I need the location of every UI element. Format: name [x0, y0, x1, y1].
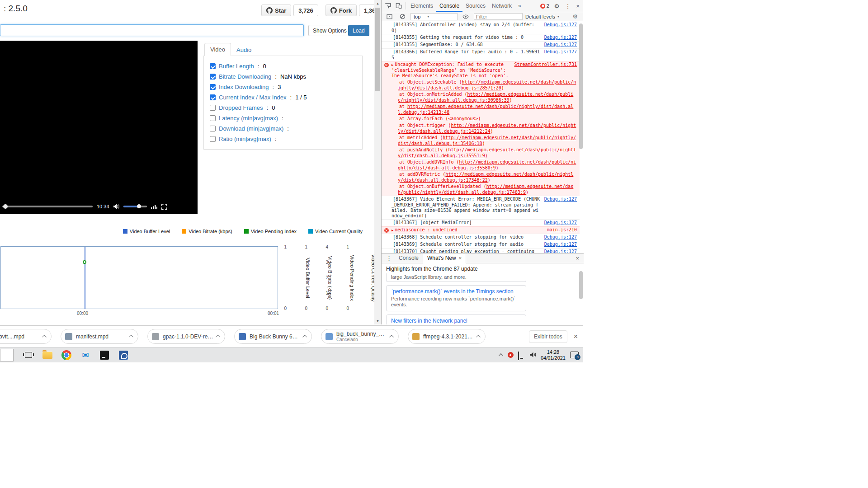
blue-app-button[interactable] — [115, 347, 132, 363]
download-item[interactable]: big_buck_bunny_72....av Cancelado — [321, 329, 399, 344]
scroll-up-arrow[interactable]: ▲ — [374, 0, 381, 7]
error-count-badge[interactable]: 2 — [538, 3, 552, 9]
page-scrollbar[interactable]: ▲ ▼ — [374, 0, 381, 324]
devtools-close-icon[interactable]: × — [573, 3, 582, 9]
volume-thumb[interactable] — [137, 204, 141, 208]
task-view-button[interactable] — [20, 347, 37, 363]
tab-elements[interactable]: Elements — [407, 0, 436, 12]
expander-icon[interactable]: ▶ — [392, 63, 393, 67]
source-link[interactable]: Debug.js:127 — [541, 35, 577, 40]
show-all-downloads-button[interactable]: Exibir todos — [529, 330, 567, 343]
clear-console-icon[interactable] — [397, 14, 408, 19]
drawer-close-icon[interactable]: × — [573, 255, 582, 262]
whats-new-card[interactable]: New filters in the Network panel New `re… — [386, 314, 526, 324]
inspect-element-icon[interactable] — [382, 3, 393, 9]
tab-sources[interactable]: Sources — [462, 0, 489, 12]
metric-checkbox[interactable] — [210, 115, 216, 121]
show-options-button[interactable]: Show Options — [308, 25, 351, 36]
download-item[interactable]: manifest.mpd — [61, 329, 138, 344]
source-link[interactable]: Debug.js:127 — [541, 249, 577, 253]
download-item[interactable]: ffmpeg-4.3.1-2021....zip — [408, 329, 486, 344]
devtools-menu-icon[interactable]: ⋮ — [562, 3, 573, 9]
expander-icon[interactable]: ▶ — [392, 229, 393, 232]
mail-button[interactable]: ✉ — [77, 347, 94, 363]
action-center-icon[interactable]: 3 — [570, 352, 579, 358]
tray-expand-icon[interactable] — [499, 353, 503, 358]
devtools-settings-icon[interactable]: ⚙ — [552, 3, 562, 9]
more-tabs-icon[interactable]: » — [515, 0, 524, 12]
card-title[interactable]: New filters in the Network panel — [391, 318, 521, 324]
source-link[interactable]: Debug.js:127 — [541, 22, 577, 28]
download-item[interactable]: Big Buck Bunny 60f....avi — [234, 329, 312, 344]
download-menu-caret-icon[interactable] — [216, 335, 220, 339]
metric-checkbox[interactable] — [210, 105, 216, 111]
source-link[interactable]: Debug.js:127 — [541, 235, 577, 240]
tab-audio[interactable]: Audio — [231, 44, 257, 56]
source-link[interactable]: Debug.js:127 — [541, 242, 577, 247]
stream-url-input[interactable] — [0, 24, 304, 36]
volume-slider[interactable] — [123, 206, 147, 207]
taskbar-clock[interactable]: 14:28 04/01/2021 — [541, 349, 566, 361]
source-link[interactable]: Debug.js:127 — [541, 42, 577, 47]
download-item[interactable]: _webvtt....mpd — [0, 329, 52, 344]
tray-alert-icon[interactable] — [508, 352, 514, 358]
download-item[interactable]: gpac-1.1.0-DEV-re...exe — [147, 329, 225, 344]
close-tab-icon[interactable]: × — [459, 253, 462, 263]
console-settings-icon[interactable]: ⚙ — [570, 13, 580, 20]
github-star-button[interactable]: Star — [261, 5, 291, 16]
github-fork-button[interactable]: Fork — [326, 5, 357, 16]
seek-thumb[interactable] — [3, 204, 8, 209]
seek-bar[interactable] — [2, 206, 93, 207]
live-expression-eye-icon[interactable] — [460, 14, 471, 19]
device-toolbar-icon[interactable] — [393, 3, 404, 9]
whats-new-card[interactable]: `performance.mark()` events in the Timin… — [386, 285, 526, 311]
star-count[interactable]: 3,726 — [293, 5, 318, 16]
console-filter-input[interactable] — [474, 13, 523, 20]
drawer-scrollbar-thumb[interactable] — [579, 271, 583, 299]
fork-count[interactable]: 1,369 — [359, 5, 374, 16]
metric-checkbox[interactable] — [210, 63, 216, 69]
taskbar-search-box[interactable] — [0, 349, 14, 361]
chrome-button[interactable] — [58, 347, 75, 363]
drawer-tab-whats-new[interactable]: What's New × — [423, 253, 466, 263]
download-menu-caret-icon[interactable] — [476, 335, 481, 339]
tab-console[interactable]: Console — [436, 0, 462, 12]
volume-tray-icon[interactable] — [530, 351, 536, 359]
drawer-menu-icon[interactable]: ⋮ — [383, 255, 395, 262]
metric-checkbox[interactable] — [210, 84, 216, 90]
metric-checkbox[interactable] — [210, 74, 216, 80]
download-menu-caret-icon[interactable] — [302, 335, 307, 339]
download-menu-caret-icon[interactable] — [42, 335, 47, 339]
load-button[interactable]: Load — [348, 25, 369, 36]
card-title[interactable]: `performance.mark()` events in the Timin… — [391, 288, 521, 295]
console-scrollbar-thumb[interactable] — [579, 23, 583, 149]
source-link[interactable]: Debug.js:127 — [541, 197, 577, 202]
log-levels-dropdown[interactable]: Default levels ▼ — [525, 14, 560, 19]
video-player[interactable]: 10:34 — [0, 41, 198, 214]
drawer-tab-console[interactable]: Console — [395, 253, 423, 263]
console-sidebar-toggle-icon[interactable] — [384, 14, 395, 19]
tab-network[interactable]: Network — [489, 0, 515, 12]
close-shelf-icon[interactable]: × — [574, 333, 578, 341]
source-link[interactable]: StreamController.js:731 — [511, 62, 577, 67]
dark-app-button[interactable] — [96, 347, 113, 363]
source-link[interactable]: Debug.js:127 — [541, 49, 577, 55]
download-menu-caret-icon[interactable] — [129, 335, 133, 339]
network-icon[interactable] — [518, 352, 525, 358]
source-link[interactable]: Debug.js:127 — [541, 220, 577, 225]
quality-bars-icon[interactable] — [151, 204, 157, 209]
fullscreen-icon[interactable] — [161, 204, 167, 210]
scrollbar-thumb[interactable] — [375, 8, 380, 91]
execution-context-dropdown[interactable]: top ▼ — [410, 13, 458, 20]
metric-checkbox[interactable] — [210, 126, 216, 131]
metric-checkbox[interactable] — [210, 136, 216, 142]
whats-new-card-partial[interactable]: large JavaScript library, and more. — [386, 273, 526, 282]
source-link[interactable]: main.js:210 — [543, 227, 577, 233]
volume-icon[interactable] — [113, 204, 119, 209]
scroll-down-arrow[interactable]: ▼ — [374, 318, 381, 324]
stack-link[interactable]: http://mediapm.edgesuite.net/dash/public… — [398, 104, 573, 115]
tab-video[interactable]: Video — [204, 43, 231, 56]
download-menu-caret-icon[interactable] — [389, 335, 394, 339]
metric-checkbox[interactable] — [210, 94, 216, 100]
file-explorer-button[interactable] — [39, 347, 56, 363]
